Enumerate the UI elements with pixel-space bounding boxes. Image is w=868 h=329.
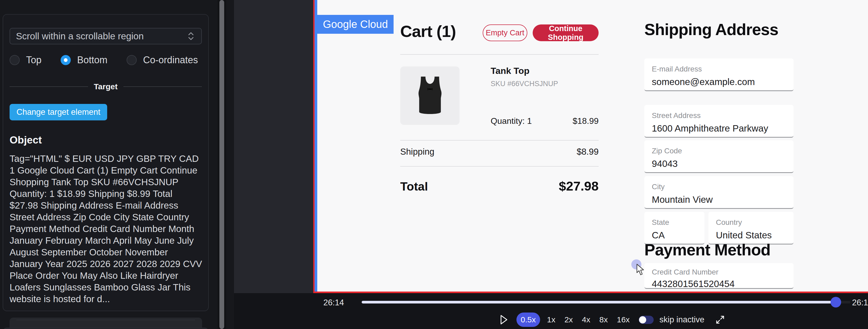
brand-badge: Google Cloud [317, 15, 394, 34]
toggle-knob [639, 316, 646, 323]
panel-gutter [226, 0, 234, 329]
action-select[interactable]: Scroll within a scrollable region [9, 28, 202, 44]
player-end-time: 26:1 [852, 298, 868, 307]
browser-viewport: Google Cloud Cart (1) Empty Cart Continu… [317, 0, 868, 292]
player-current-time: 26:14 [323, 298, 344, 307]
cart-header-divider [400, 54, 599, 55]
player-progress-played [362, 301, 836, 303]
cart-title: Cart (1) [400, 22, 456, 41]
replay-canvas-background [234, 0, 313, 293]
tank-top-image [410, 74, 450, 117]
email-field-label: E-mail Address [652, 65, 786, 73]
credit-card-field[interactable]: Credit Card Number 4432801561520454 [644, 263, 794, 289]
radio-coordinates[interactable]: Co-ordinates [127, 55, 198, 66]
street-address-field[interactable]: Street Address 1600 Amphitheatre Parkway [644, 105, 794, 138]
zip-code-field[interactable]: Zip Code 94043 [644, 140, 794, 173]
next-command-card[interactable] [3, 328, 209, 329]
city-field[interactable]: City Mountain View [644, 176, 794, 209]
radio-bottom-circle [61, 55, 71, 65]
empty-cart-button[interactable]: Empty Cart [483, 25, 527, 41]
sidebar: Scroll within a scrollable region Top Bo… [0, 0, 218, 329]
total-price: $27.98 [400, 178, 599, 194]
street-field-value: 1600 Amphitheatre Parkway [652, 123, 786, 134]
radio-bottom-label: Bottom [77, 55, 107, 66]
street-field-label: Street Address [652, 111, 786, 120]
speed-1x-button[interactable]: 1x [547, 315, 556, 324]
sidebar-scrollbar-track [218, 0, 226, 329]
player-bar: 26:14 26:1 0.5x 1x 2x 4x 8x 16x skip ina… [234, 293, 868, 329]
product-name: Tank Top [491, 66, 529, 76]
item-price: $18.99 [400, 116, 599, 126]
speed-16x-button[interactable]: 16x [617, 315, 629, 324]
zip-field-label: Zip Code [652, 147, 786, 155]
skip-inactive-label: skip inactive [659, 315, 705, 325]
country-field-label: Country [716, 218, 786, 227]
session-replay-app: Scroll within a scrollable region Top Bo… [0, 0, 868, 329]
country-field-value: United States [716, 230, 786, 240]
cart-item-divider [400, 140, 599, 140]
action-select-value: Scroll within a scrollable region [16, 31, 144, 41]
radio-coordinates-label: Co-ordinates [143, 55, 198, 66]
zip-field-value: 94043 [652, 158, 786, 169]
radio-bottom[interactable]: Bottom [61, 55, 107, 66]
select-updown-icon [186, 31, 195, 42]
fullscreen-icon[interactable] [715, 315, 725, 325]
sidebar-divider [17, 320, 195, 320]
player-controls: 0.5x 1x 2x 4x 8x 16x skip inactive [500, 312, 725, 327]
sidebar-scrollbar-thumb[interactable] [219, 0, 224, 329]
radio-top-circle [9, 55, 20, 65]
radio-coordinates-circle [127, 55, 137, 65]
speed-0-5x-button[interactable]: 0.5x [517, 312, 540, 327]
credit-card-field-label: Credit Card Number [652, 268, 786, 276]
player-progress-thumb[interactable] [831, 297, 841, 307]
speed-2x-button[interactable]: 2x [564, 315, 573, 324]
product-sku: SKU #66VCHSJNUP [491, 80, 558, 88]
command-panel: Scroll within a scrollable region Top Bo… [3, 14, 209, 311]
continue-shopping-button[interactable]: Continue Shopping [533, 25, 599, 41]
city-field-value: Mountain View [652, 194, 786, 205]
object-heading: Object [9, 134, 202, 146]
city-field-label: City [652, 183, 786, 191]
speed-8x-button[interactable]: 8x [599, 315, 608, 324]
mouse-cursor-icon [636, 264, 645, 276]
target-section-divider: Target [9, 82, 202, 91]
speed-4x-button[interactable]: 4x [582, 315, 590, 324]
scroll-position-radio-group: Top Bottom Co-ordinates [9, 55, 202, 66]
radio-top[interactable]: Top [9, 55, 41, 66]
state-field-value: CA [652, 230, 697, 240]
play-button[interactable] [500, 315, 508, 325]
email-field-value: someone@example.com [652, 76, 786, 87]
credit-card-field-value: 4432801561520454 [652, 278, 786, 289]
cart-shipping-divider [400, 166, 599, 167]
object-text: Tag="HTML" $ EUR USD JPY GBP TRY CAD 1 G… [9, 153, 202, 305]
skip-inactive-toggle[interactable] [639, 316, 654, 324]
target-outline-blue-left [315, 0, 317, 292]
payment-method-heading: Payment Method [644, 240, 770, 259]
target-section-label: Target [94, 82, 118, 91]
state-field[interactable]: State CA [644, 212, 705, 244]
country-field[interactable]: Country United States [708, 212, 794, 244]
change-target-button[interactable]: Change target element [9, 104, 107, 120]
player-progress-track[interactable] [362, 301, 850, 303]
state-field-label: State [652, 218, 697, 227]
shipping-address-heading: Shipping Address [644, 20, 778, 39]
notice-box: This command has already been executed a… [9, 318, 202, 329]
radio-top-label: Top [26, 55, 41, 66]
email-field[interactable]: E-mail Address someone@example.com [644, 59, 794, 91]
shipping-price: $8.99 [400, 147, 599, 157]
